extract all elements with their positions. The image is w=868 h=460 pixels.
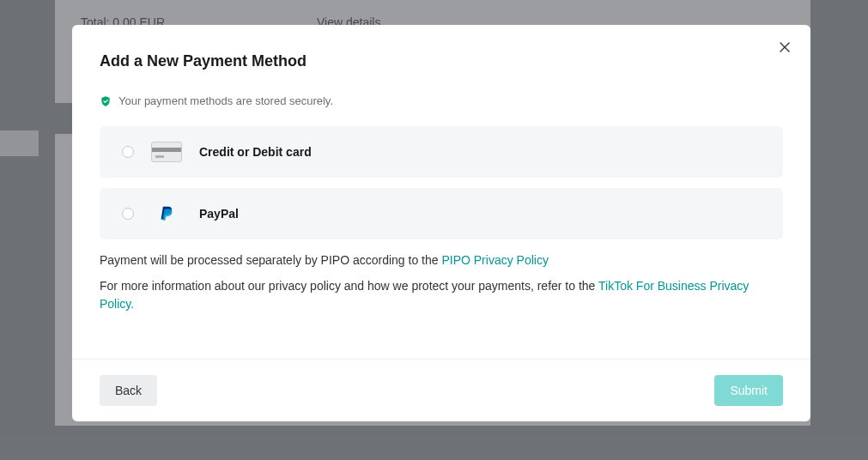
modal-body: Add a New Payment Method Your payment me… — [72, 25, 810, 359]
secure-storage-text: Your payment methods are stored securely… — [118, 94, 333, 107]
radio-paypal[interactable] — [122, 208, 134, 220]
paypal-icon — [151, 203, 182, 224]
close-icon — [780, 42, 790, 52]
pipo-privacy-link[interactable]: PIPO Privacy Policy — [441, 253, 548, 267]
shield-check-icon — [100, 95, 112, 107]
secure-storage-notice: Your payment methods are stored securely… — [100, 94, 783, 107]
modal-title: Add a New Payment Method — [100, 52, 783, 70]
close-button[interactable] — [776, 39, 793, 56]
add-payment-method-modal: Add a New Payment Method Your payment me… — [72, 25, 810, 421]
option-label-card: Credit or Debit card — [199, 145, 312, 159]
option-label-paypal: PayPal — [199, 207, 239, 221]
back-button[interactable]: Back — [100, 375, 157, 406]
tiktok-privacy-text: For more information about our privacy p… — [100, 277, 783, 314]
radio-card[interactable] — [122, 146, 134, 158]
payment-option-card[interactable]: Credit or Debit card — [100, 126, 783, 178]
modal-footer: Back Submit — [72, 359, 810, 421]
credit-card-icon — [151, 142, 182, 162]
pipo-privacy-text: Payment will be processed separately by … — [100, 251, 783, 270]
payment-option-paypal[interactable]: PayPal — [100, 188, 783, 239]
submit-button[interactable]: Submit — [714, 375, 783, 406]
